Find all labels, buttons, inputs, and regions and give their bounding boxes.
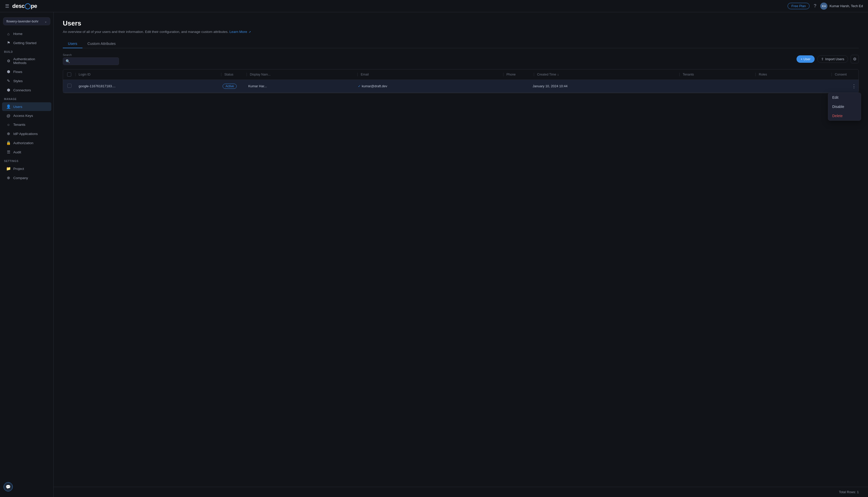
user-name-label: Kumar Harsh, Tech Ed [829, 4, 863, 8]
page-desc-text: An overview of all of your users and the… [63, 30, 228, 34]
sidebar-item-project[interactable]: 📁 Project [2, 164, 51, 173]
authorization-icon: 🔒 [6, 141, 11, 145]
external-link-icon: ➚ [249, 30, 251, 33]
sidebar-item-label: Styles [13, 79, 23, 83]
toolbar-right: + User ⇧ Import Users ⚙ [797, 55, 859, 63]
add-user-button[interactable]: + User [797, 55, 815, 63]
sidebar-item-access-keys[interactable]: @ Access Keys [2, 112, 51, 120]
sort-desc-icon: ↓ [557, 73, 559, 76]
users-icon: 👤 [6, 104, 11, 109]
total-rows-label: Total Rows: 1 [839, 490, 859, 494]
sidebar-item-label: Authentication Methods [13, 57, 47, 65]
th-display-name-label: Display Nam... [250, 73, 271, 76]
email-value: kumar@draft.dev [362, 84, 387, 88]
chat-bubble[interactable]: 💬 [3, 482, 13, 492]
cell-status: Active [219, 84, 245, 89]
th-login-id[interactable]: Login ID [75, 73, 221, 76]
th-checkbox [67, 72, 75, 76]
user-info[interactable]: KH Kumar Harsh, Tech Ed [820, 2, 863, 10]
import-users-button[interactable]: ⇧ Import Users [817, 55, 848, 63]
logo-dot: ◯ [25, 3, 31, 9]
sidebar-item-company[interactable]: ⊕ Company [2, 173, 51, 182]
context-menu-delete[interactable]: Delete [828, 111, 861, 120]
th-tenants-label: Tenants [683, 73, 694, 76]
status-badge: Active [223, 84, 237, 89]
sidebar-item-label: Users [13, 105, 22, 109]
context-menu-disable[interactable]: Disable [828, 102, 861, 111]
settings-section-label: Settings [0, 157, 53, 164]
th-phone-label: Phone [506, 73, 516, 76]
avatar: KH [820, 2, 827, 10]
tab-custom-attributes[interactable]: Custom Attributes [82, 40, 121, 48]
getting-started-icon: ⚑ [6, 41, 11, 45]
sidebar-item-label: Company [13, 176, 28, 180]
th-consent[interactable]: Consent [831, 73, 854, 76]
th-roles-label: Roles [759, 73, 767, 76]
help-icon[interactable]: ? [814, 3, 816, 9]
chevron-down-icon: ⌄ [44, 20, 47, 23]
menu-icon[interactable]: ☰ [5, 3, 9, 9]
auth-icon: ⚙ [6, 59, 11, 63]
company-icon: ⊕ [6, 175, 11, 180]
manage-section-label: Manage [0, 95, 53, 102]
project-selector[interactable]: flowery-lavender-bohr ⌄ [3, 17, 50, 25]
sidebar-item-authentication-methods[interactable]: ⚙ Authentication Methods [2, 55, 51, 67]
select-all-checkbox[interactable] [67, 72, 71, 76]
styles-icon: ✎ [6, 79, 11, 83]
th-status[interactable]: Status [221, 73, 247, 76]
logo: desc◯pe [12, 3, 37, 10]
context-menu-edit[interactable]: Edit [828, 93, 861, 102]
project-icon: 📁 [6, 166, 11, 171]
th-created-time[interactable]: Created Time ↓ [534, 73, 680, 76]
th-phone[interactable]: Phone [503, 73, 534, 76]
cell-email: ✓ kumar@draft.dev [354, 84, 499, 88]
sidebar-item-label: Flows [13, 70, 22, 74]
sidebar-item-audit[interactable]: ☰ Audit [2, 148, 51, 156]
sidebar-item-label: Access Keys [13, 114, 33, 118]
free-plan-button[interactable]: Free Plan [787, 3, 810, 9]
sidebar-item-getting-started[interactable]: ⚑ Getting Started [2, 39, 51, 47]
row-actions-button[interactable]: ⋮ [850, 83, 854, 89]
context-menu: Edit Disable Delete [828, 93, 861, 121]
flows-icon: ⬢ [6, 69, 11, 74]
gear-icon: ⚙ [853, 57, 856, 61]
logo-text: desc◯pe [12, 3, 37, 10]
table-settings-button[interactable]: ⚙ [851, 55, 859, 63]
th-roles[interactable]: Roles [755, 73, 831, 76]
th-created-time-label: Created Time [537, 73, 556, 76]
th-display-name[interactable]: Display Nam... [247, 73, 358, 76]
sidebar-item-users[interactable]: 👤 Users [2, 102, 51, 111]
th-consent-label: Consent [835, 73, 847, 76]
search-input[interactable] [72, 59, 116, 63]
cell-actions: ⋮ [847, 83, 854, 89]
search-label: Search [63, 53, 119, 56]
idp-icon: ⊕ [6, 131, 11, 136]
home-icon: ⌂ [6, 32, 11, 36]
th-email[interactable]: Email [358, 73, 503, 76]
page-description: An overview of all of your users and the… [63, 29, 859, 34]
access-keys-icon: @ [6, 114, 11, 118]
row-checkbox-wrap [67, 84, 75, 88]
page-title: Users [63, 19, 859, 27]
row-checkbox[interactable] [67, 84, 71, 88]
search-input-wrap: 🔍 [63, 57, 119, 65]
sidebar-item-authorization[interactable]: 🔒 Authorization [2, 139, 51, 147]
topnav-left: ☰ desc◯pe [5, 3, 37, 10]
search-wrap: Search 🔍 [63, 53, 119, 65]
cell-login-id: google-116761817183.... [75, 84, 219, 88]
sidebar-item-flows[interactable]: ⬢ Flows [2, 67, 51, 76]
sidebar-item-label: Connectors [13, 88, 31, 92]
sidebar-item-connectors[interactable]: ⬢ Connectors [2, 86, 51, 95]
project-name: flowery-lavender-bohr [6, 19, 39, 23]
sidebar-item-tenants[interactable]: ○ Tenants [2, 120, 51, 129]
th-tenants[interactable]: Tenants [679, 73, 755, 76]
sidebar-item-idp-applications[interactable]: ⊕ IdP Applications [2, 129, 51, 138]
topnav: ☰ desc◯pe Free Plan ? KH Kumar Harsh, Te… [0, 0, 868, 12]
learn-more-label: Learn More [229, 30, 247, 34]
learn-more-link[interactable]: Learn More ➚ [229, 30, 251, 34]
sidebar-item-home[interactable]: ⌂ Home [2, 30, 51, 38]
tab-users[interactable]: Users [63, 40, 82, 48]
sidebar-item-label: Audit [13, 150, 21, 154]
sidebar-item-label: Home [13, 32, 23, 36]
sidebar-item-styles[interactable]: ✎ Styles [2, 76, 51, 85]
